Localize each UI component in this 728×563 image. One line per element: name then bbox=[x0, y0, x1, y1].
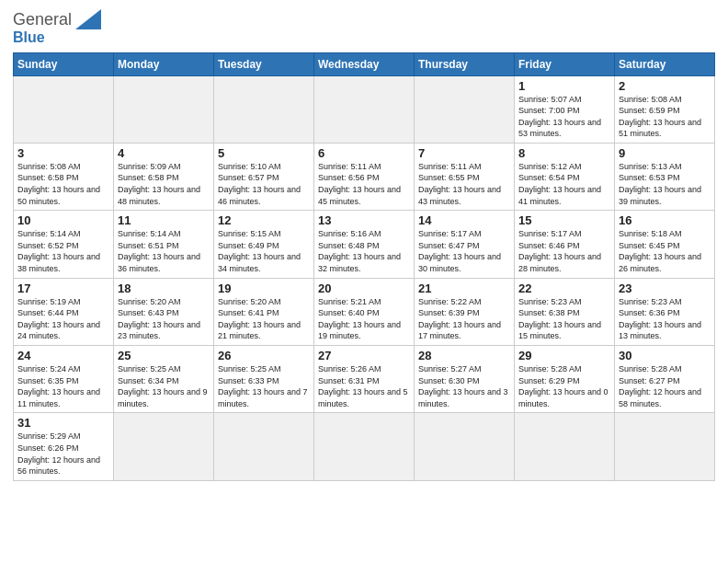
calendar-cell bbox=[314, 75, 415, 143]
calendar-cell: 5Sunrise: 5:10 AM Sunset: 6:57 PM Daylig… bbox=[214, 143, 314, 210]
day-number: 1 bbox=[518, 79, 610, 93]
calendar-cell: 29Sunrise: 5:28 AM Sunset: 6:29 PM Dayli… bbox=[515, 346, 615, 413]
calendar-cell: 4Sunrise: 5:09 AM Sunset: 6:58 PM Daylig… bbox=[114, 143, 214, 210]
calendar-week-row: 3Sunrise: 5:08 AM Sunset: 6:58 PM Daylig… bbox=[14, 143, 715, 210]
day-number: 21 bbox=[418, 282, 510, 295]
day-number: 25 bbox=[118, 349, 210, 362]
day-number: 24 bbox=[17, 349, 109, 362]
day-info: Sunrise: 5:23 AM Sunset: 6:38 PM Dayligh… bbox=[518, 296, 610, 342]
calendar-cell: 16Sunrise: 5:18 AM Sunset: 6:45 PM Dayli… bbox=[615, 211, 715, 278]
day-info: Sunrise: 5:18 AM Sunset: 6:45 PM Dayligh… bbox=[619, 228, 711, 274]
day-info: Sunrise: 5:28 AM Sunset: 6:29 PM Dayligh… bbox=[518, 363, 610, 409]
calendar-cell: 23Sunrise: 5:23 AM Sunset: 6:36 PM Dayli… bbox=[615, 278, 715, 345]
calendar-cell: 11Sunrise: 5:14 AM Sunset: 6:51 PM Dayli… bbox=[114, 211, 214, 278]
day-info: Sunrise: 5:20 AM Sunset: 6:41 PM Dayligh… bbox=[218, 296, 310, 342]
day-number: 3 bbox=[17, 146, 109, 160]
day-info: Sunrise: 5:08 AM Sunset: 6:58 PM Dayligh… bbox=[17, 161, 109, 207]
day-number: 18 bbox=[118, 282, 210, 295]
header: General Blue bbox=[13, 9, 715, 47]
calendar-week-row: 10Sunrise: 5:14 AM Sunset: 6:52 PM Dayli… bbox=[14, 211, 715, 278]
day-info: Sunrise: 5:21 AM Sunset: 6:40 PM Dayligh… bbox=[318, 296, 410, 342]
day-info: Sunrise: 5:29 AM Sunset: 6:26 PM Dayligh… bbox=[17, 431, 109, 477]
day-info: Sunrise: 5:22 AM Sunset: 6:39 PM Dayligh… bbox=[418, 296, 510, 342]
calendar-cell: 6Sunrise: 5:11 AM Sunset: 6:56 PM Daylig… bbox=[314, 143, 415, 210]
weekday-header-thursday: Thursday bbox=[415, 52, 515, 75]
day-info: Sunrise: 5:14 AM Sunset: 6:51 PM Dayligh… bbox=[118, 228, 210, 274]
calendar-cell bbox=[615, 413, 715, 480]
day-number: 10 bbox=[17, 213, 109, 227]
day-info: Sunrise: 5:11 AM Sunset: 6:55 PM Dayligh… bbox=[418, 161, 510, 207]
logo-general: General bbox=[13, 9, 72, 30]
logo: General Blue bbox=[13, 9, 101, 47]
calendar-cell: 18Sunrise: 5:20 AM Sunset: 6:43 PM Dayli… bbox=[114, 278, 214, 345]
day-info: Sunrise: 5:26 AM Sunset: 6:31 PM Dayligh… bbox=[318, 363, 410, 409]
calendar-cell: 7Sunrise: 5:11 AM Sunset: 6:55 PM Daylig… bbox=[415, 143, 515, 210]
day-number: 13 bbox=[318, 213, 410, 227]
calendar-page: General Blue SundayMondayTuesdayWednesda… bbox=[0, 0, 728, 563]
day-number: 14 bbox=[418, 213, 510, 227]
calendar-cell: 22Sunrise: 5:23 AM Sunset: 6:38 PM Dayli… bbox=[515, 278, 615, 345]
calendar-cell: 25Sunrise: 5:25 AM Sunset: 6:34 PM Dayli… bbox=[114, 346, 214, 413]
day-number: 28 bbox=[418, 349, 510, 362]
day-info: Sunrise: 5:07 AM Sunset: 7:00 PM Dayligh… bbox=[518, 94, 610, 140]
day-info: Sunrise: 5:27 AM Sunset: 6:30 PM Dayligh… bbox=[418, 363, 510, 409]
calendar-cell: 9Sunrise: 5:13 AM Sunset: 6:53 PM Daylig… bbox=[615, 143, 715, 210]
calendar-cell bbox=[515, 413, 615, 480]
day-number: 9 bbox=[619, 146, 711, 160]
day-number: 2 bbox=[619, 79, 711, 93]
calendar-cell: 26Sunrise: 5:25 AM Sunset: 6:33 PM Dayli… bbox=[214, 346, 314, 413]
weekday-header-monday: Monday bbox=[114, 52, 214, 75]
day-number: 7 bbox=[418, 146, 510, 160]
calendar-cell bbox=[415, 75, 515, 143]
calendar-cell bbox=[314, 413, 415, 480]
calendar-cell: 14Sunrise: 5:17 AM Sunset: 6:47 PM Dayli… bbox=[415, 211, 515, 278]
day-info: Sunrise: 5:12 AM Sunset: 6:54 PM Dayligh… bbox=[518, 161, 610, 207]
weekday-header-row: SundayMondayTuesdayWednesdayThursdayFrid… bbox=[14, 52, 715, 75]
calendar-cell: 12Sunrise: 5:15 AM Sunset: 6:49 PM Dayli… bbox=[214, 211, 314, 278]
day-number: 19 bbox=[218, 282, 310, 295]
day-info: Sunrise: 5:25 AM Sunset: 6:33 PM Dayligh… bbox=[218, 363, 310, 409]
calendar-cell: 1Sunrise: 5:07 AM Sunset: 7:00 PM Daylig… bbox=[515, 75, 615, 143]
day-info: Sunrise: 5:08 AM Sunset: 6:59 PM Dayligh… bbox=[619, 94, 711, 140]
day-number: 27 bbox=[318, 349, 410, 362]
day-number: 29 bbox=[518, 349, 610, 362]
weekday-header-sunday: Sunday bbox=[14, 52, 114, 75]
calendar-cell: 28Sunrise: 5:27 AM Sunset: 6:30 PM Dayli… bbox=[415, 346, 515, 413]
calendar-cell: 30Sunrise: 5:28 AM Sunset: 6:27 PM Dayli… bbox=[615, 346, 715, 413]
day-info: Sunrise: 5:17 AM Sunset: 6:46 PM Dayligh… bbox=[518, 228, 610, 274]
day-number: 30 bbox=[619, 349, 711, 362]
calendar-cell: 20Sunrise: 5:21 AM Sunset: 6:40 PM Dayli… bbox=[314, 278, 415, 345]
calendar-cell: 19Sunrise: 5:20 AM Sunset: 6:41 PM Dayli… bbox=[214, 278, 314, 345]
day-number: 12 bbox=[218, 213, 310, 227]
calendar-cell: 31Sunrise: 5:29 AM Sunset: 6:26 PM Dayli… bbox=[14, 413, 114, 480]
day-info: Sunrise: 5:25 AM Sunset: 6:34 PM Dayligh… bbox=[118, 363, 210, 409]
day-number: 26 bbox=[218, 349, 310, 362]
weekday-header-tuesday: Tuesday bbox=[214, 52, 314, 75]
day-number: 23 bbox=[619, 282, 711, 295]
day-number: 17 bbox=[17, 282, 109, 295]
day-info: Sunrise: 5:19 AM Sunset: 6:44 PM Dayligh… bbox=[17, 296, 109, 342]
weekday-header-friday: Friday bbox=[515, 52, 615, 75]
calendar-cell bbox=[114, 413, 214, 480]
day-number: 20 bbox=[318, 282, 410, 295]
day-info: Sunrise: 5:17 AM Sunset: 6:47 PM Dayligh… bbox=[418, 228, 510, 274]
day-number: 16 bbox=[619, 213, 711, 227]
day-number: 22 bbox=[518, 282, 610, 295]
day-info: Sunrise: 5:16 AM Sunset: 6:48 PM Dayligh… bbox=[318, 228, 410, 274]
day-info: Sunrise: 5:10 AM Sunset: 6:57 PM Dayligh… bbox=[218, 161, 310, 207]
calendar-cell: 10Sunrise: 5:14 AM Sunset: 6:52 PM Dayli… bbox=[14, 211, 114, 278]
calendar-cell bbox=[214, 75, 314, 143]
calendar-week-row: 17Sunrise: 5:19 AM Sunset: 6:44 PM Dayli… bbox=[14, 278, 715, 345]
calendar-cell: 8Sunrise: 5:12 AM Sunset: 6:54 PM Daylig… bbox=[515, 143, 615, 210]
calendar-cell: 2Sunrise: 5:08 AM Sunset: 6:59 PM Daylig… bbox=[615, 75, 715, 143]
day-info: Sunrise: 5:23 AM Sunset: 6:36 PM Dayligh… bbox=[619, 296, 711, 342]
calendar-cell: 17Sunrise: 5:19 AM Sunset: 6:44 PM Dayli… bbox=[14, 278, 114, 345]
logo-triangle-icon bbox=[75, 9, 101, 29]
day-info: Sunrise: 5:14 AM Sunset: 6:52 PM Dayligh… bbox=[17, 228, 109, 274]
calendar-cell bbox=[214, 413, 314, 480]
logo-blue: Blue bbox=[13, 29, 101, 47]
day-number: 5 bbox=[218, 146, 310, 160]
calendar-week-row: 24Sunrise: 5:24 AM Sunset: 6:35 PM Dayli… bbox=[14, 346, 715, 413]
day-number: 6 bbox=[318, 146, 410, 160]
day-number: 8 bbox=[518, 146, 610, 160]
